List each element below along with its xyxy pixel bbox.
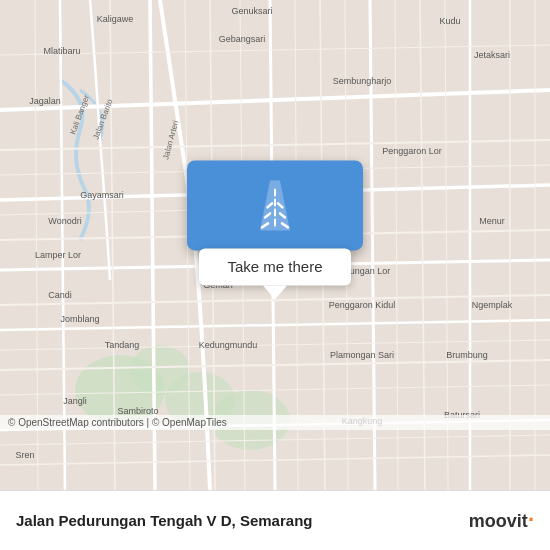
svg-text:Genuksari: Genuksari [231, 6, 272, 16]
svg-text:Ngemplak: Ngemplak [472, 300, 513, 310]
svg-text:Gayamsari: Gayamsari [80, 190, 124, 200]
moovit-logo: moovit· [469, 509, 534, 532]
popup-card [187, 160, 363, 250]
svg-text:Penggaron Kidul: Penggaron Kidul [329, 300, 396, 310]
svg-text:Wonodri: Wonodri [48, 216, 81, 226]
svg-text:Jagalan: Jagalan [29, 96, 61, 106]
road-icon [240, 175, 310, 235]
svg-text:Sembungharjo: Sembungharjo [333, 76, 392, 86]
attribution-text: © OpenStreetMap contributors | © OpenMap… [8, 417, 227, 428]
svg-text:Menur: Menur [479, 216, 505, 226]
svg-text:Kudu: Kudu [439, 16, 460, 26]
svg-text:Jangli: Jangli [63, 396, 87, 406]
svg-text:Kedungmundu: Kedungmundu [199, 340, 258, 350]
take-me-there-button[interactable]: Take me there [199, 248, 350, 285]
attribution-bar: © OpenStreetMap contributors | © OpenMap… [0, 415, 550, 430]
location-popup: Take me there [187, 160, 363, 301]
popup-bottom: Take me there [199, 250, 350, 301]
svg-text:Jetaksari: Jetaksari [474, 50, 510, 60]
svg-text:Brumbung: Brumbung [446, 350, 488, 360]
svg-text:Penggaron Lor: Penggaron Lor [382, 146, 442, 156]
popup-pointer [263, 285, 287, 299]
svg-text:Sren: Sren [15, 450, 34, 460]
svg-text:Candi: Candi [48, 290, 72, 300]
svg-text:Kaligawe: Kaligawe [97, 14, 134, 24]
map-container: Kaligawe Genuksari Kudu Mlatibaru Gebang… [0, 0, 550, 490]
svg-text:Plamongan Sari: Plamongan Sari [330, 350, 394, 360]
svg-text:Mlatibaru: Mlatibaru [43, 46, 80, 56]
bottom-bar: Jalan Pedurungan Tengah V D, Semarang mo… [0, 490, 550, 550]
moovit-text: moovit· [469, 509, 534, 532]
svg-text:Gebangsari: Gebangsari [219, 34, 266, 44]
svg-text:Tandang: Tandang [105, 340, 140, 350]
svg-text:Lamper Lor: Lamper Lor [35, 250, 81, 260]
svg-text:Jomblang: Jomblang [60, 314, 99, 324]
location-title: Jalan Pedurungan Tengah V D, Semarang [16, 512, 469, 529]
